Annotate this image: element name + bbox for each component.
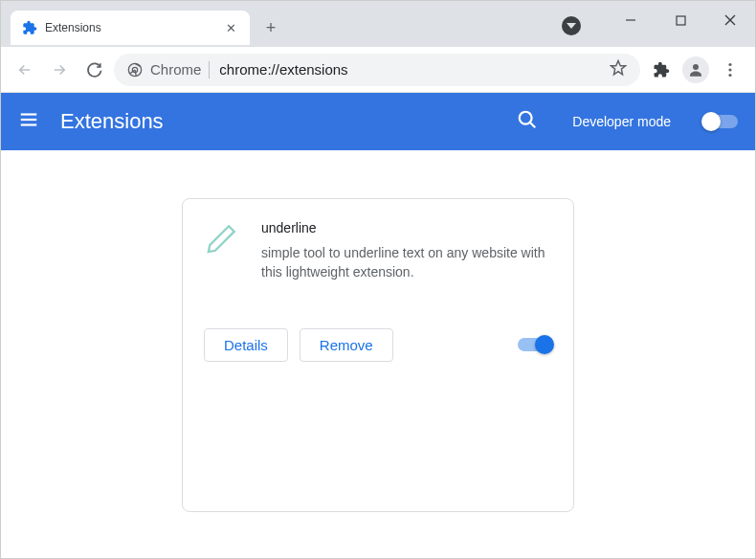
scheme-label: Chrome bbox=[150, 61, 201, 78]
details-button[interactable]: Details bbox=[204, 328, 288, 362]
kebab-icon bbox=[723, 62, 738, 78]
person-icon bbox=[687, 61, 704, 78]
extensions-icon[interactable] bbox=[646, 55, 677, 85]
svg-rect-1 bbox=[677, 16, 685, 25]
profile-button[interactable] bbox=[682, 56, 709, 83]
developer-mode-label: Developer mode bbox=[572, 114, 671, 129]
toggle-knob bbox=[701, 112, 721, 131]
extension-name: underline bbox=[261, 220, 552, 235]
browser-tab[interactable]: Extensions ✕ bbox=[11, 11, 250, 45]
toggle-knob bbox=[535, 335, 554, 354]
back-button[interactable] bbox=[11, 56, 39, 84]
extensions-content: underline simple tool to underline text … bbox=[1, 150, 755, 559]
reload-button[interactable] bbox=[79, 56, 108, 84]
extension-card: underline simple tool to underline text … bbox=[182, 198, 574, 512]
extension-toggle[interactable] bbox=[518, 338, 552, 351]
chrome-icon bbox=[127, 62, 143, 78]
forward-button[interactable] bbox=[45, 56, 74, 84]
remove-button[interactable]: Remove bbox=[300, 328, 393, 362]
hamburger-icon[interactable] bbox=[18, 109, 39, 134]
extension-description: simple tool to underline text on any web… bbox=[261, 243, 552, 282]
bookmark-star-icon[interactable] bbox=[610, 59, 627, 80]
svg-line-17 bbox=[530, 123, 536, 128]
menu-button[interactable] bbox=[715, 55, 745, 85]
url-input[interactable] bbox=[219, 61, 600, 78]
svg-point-10 bbox=[728, 62, 731, 65]
page-title: Extensions bbox=[60, 109, 496, 134]
svg-point-11 bbox=[728, 68, 731, 71]
tab-title: Extensions bbox=[45, 21, 215, 34]
svg-line-8 bbox=[135, 70, 136, 77]
window-titlebar: Extensions ✕ + bbox=[1, 1, 755, 47]
address-bar[interactable]: Chrome bbox=[114, 54, 640, 86]
site-info[interactable]: Chrome bbox=[127, 61, 210, 78]
svg-point-16 bbox=[520, 112, 532, 124]
tab-search-button[interactable] bbox=[562, 16, 581, 35]
close-icon[interactable]: ✕ bbox=[223, 20, 238, 35]
extensions-header: Extensions Developer mode bbox=[1, 93, 755, 150]
browser-toolbar: Chrome bbox=[1, 47, 755, 93]
puzzle-icon bbox=[22, 20, 37, 35]
pencil-icon bbox=[204, 220, 240, 257]
minimize-button[interactable] bbox=[606, 1, 656, 39]
new-tab-button[interactable]: + bbox=[257, 14, 284, 41]
divider bbox=[209, 61, 210, 78]
developer-mode-toggle[interactable] bbox=[703, 115, 738, 128]
maximize-button[interactable] bbox=[656, 1, 705, 39]
close-window-button[interactable] bbox=[705, 1, 755, 39]
window-controls bbox=[606, 1, 755, 39]
svg-point-12 bbox=[728, 73, 731, 76]
svg-point-9 bbox=[693, 64, 699, 70]
search-icon[interactable] bbox=[517, 109, 538, 134]
